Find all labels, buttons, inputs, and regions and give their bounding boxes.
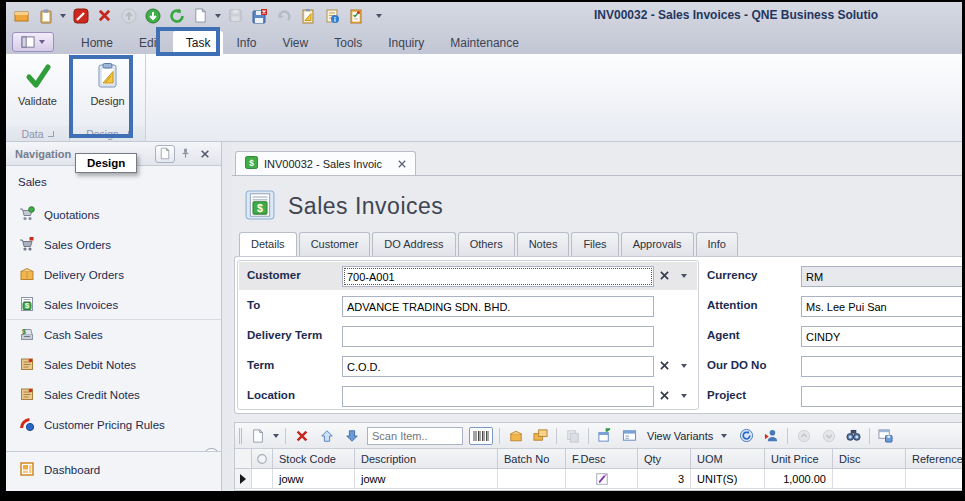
tab-maintenance[interactable]: Maintenance xyxy=(437,31,532,54)
add-row-icon[interactable] xyxy=(248,426,267,445)
tab-view[interactable]: View xyxy=(269,31,321,54)
delivery-term-field[interactable] xyxy=(342,326,654,347)
term-clear-icon[interactable] xyxy=(656,356,673,375)
tab-tools[interactable]: Tools xyxy=(321,31,375,54)
export-grid-icon[interactable] xyxy=(876,426,895,445)
tab-home[interactable]: Home xyxy=(68,31,126,54)
sidebar-item-sales-orders[interactable]: Sales Orders xyxy=(6,230,221,260)
customer-lookup-icon[interactable] xyxy=(762,426,781,445)
new-page-button[interactable] xyxy=(155,145,175,163)
cell-f-desc[interactable] xyxy=(566,469,638,488)
sidebar-item-sales-invoices[interactable]: $ Sales Invoices xyxy=(6,290,221,320)
tab-inquiry[interactable]: Inquiry xyxy=(375,31,437,54)
sidebar-item-sales-credit-notes[interactable]: Sales Credit Notes xyxy=(6,380,221,410)
delete-icon[interactable] xyxy=(95,6,114,25)
view-variants-icon[interactable] xyxy=(620,426,639,445)
tab-customer[interactable]: Customer xyxy=(299,232,371,256)
customer-dropdown-icon[interactable] xyxy=(675,266,692,285)
add-row-dropdown-icon[interactable] xyxy=(273,434,279,438)
row-up-icon[interactable] xyxy=(317,426,336,445)
customer-clear-icon[interactable] xyxy=(656,266,673,285)
scan-item-input[interactable] xyxy=(367,427,463,445)
dialog-launcher-icon[interactable] xyxy=(48,131,54,137)
design-icon[interactable] xyxy=(298,6,317,25)
cell-disc[interactable] xyxy=(833,469,906,488)
undo-icon[interactable] xyxy=(274,6,293,25)
move-up-icon[interactable] xyxy=(119,6,138,25)
tab-close-icon[interactable] xyxy=(398,158,406,170)
col-unit-price[interactable]: Unit Price xyxy=(765,449,833,468)
toolbar-grip[interactable] xyxy=(239,428,242,444)
show-popup-window-icon[interactable] xyxy=(595,426,614,445)
tab-files[interactable]: Files xyxy=(571,232,618,256)
tab-do-address[interactable]: DO Address xyxy=(372,232,455,256)
currency-field[interactable] xyxy=(801,266,962,287)
barcode-icon[interactable] xyxy=(469,427,493,445)
tab-info[interactable]: Info xyxy=(696,232,738,256)
scroll-up-icon[interactable] xyxy=(794,426,813,445)
col-batch-no[interactable]: Batch No xyxy=(498,449,566,468)
scroll-down-icon[interactable] xyxy=(819,426,838,445)
radio-column-header[interactable] xyxy=(252,449,273,468)
document-tab-inv00032[interactable]: $ INV00032 - Sales Invoic xyxy=(235,151,416,175)
col-f-desc[interactable]: F.Desc xyxy=(566,449,638,468)
sidebar-item-dashboard[interactable]: Dashboard xyxy=(6,455,221,485)
tab-details[interactable]: Details xyxy=(239,232,297,256)
tasks-icon[interactable] xyxy=(346,6,365,25)
tab-notes[interactable]: Notes xyxy=(517,232,570,256)
tab-approvals[interactable]: Approvals xyxy=(621,232,694,256)
paste-icon[interactable] xyxy=(36,6,55,25)
new-icon[interactable] xyxy=(191,6,210,25)
save-close-icon[interactable] xyxy=(250,6,269,25)
info-notes-icon[interactable] xyxy=(322,6,341,25)
paste-dropdown-icon[interactable] xyxy=(60,14,66,18)
agent-field[interactable] xyxy=(801,326,962,347)
tab-others[interactable]: Others xyxy=(458,232,515,256)
sidebar-item-customer-pricing-rules[interactable]: Customer Pricing Rules xyxy=(6,410,221,440)
copy-rows-icon[interactable] xyxy=(563,426,582,445)
cell-stock-code[interactable]: joww xyxy=(273,469,355,488)
ribbon-menu-button[interactable] xyxy=(12,32,54,52)
term-field[interactable] xyxy=(342,356,654,377)
validate-button[interactable]: Validate xyxy=(7,59,69,126)
tab-info[interactable]: Info xyxy=(223,31,269,54)
col-reference[interactable]: Reference. xyxy=(906,449,962,468)
pin-icon[interactable] xyxy=(175,145,195,163)
view-variants-dropdown-icon[interactable] xyxy=(721,434,727,438)
attention-field[interactable] xyxy=(801,296,962,317)
move-down-icon[interactable] xyxy=(143,6,162,25)
location-dropdown-icon[interactable] xyxy=(675,386,692,405)
to-field[interactable] xyxy=(342,296,654,317)
close-icon[interactable] xyxy=(195,145,215,163)
stock-group-icon[interactable] xyxy=(531,426,550,445)
cell-reference[interactable] xyxy=(906,469,962,488)
row-radio-cell[interactable] xyxy=(252,469,273,488)
save-icon[interactable] xyxy=(226,6,245,25)
col-stock-code[interactable]: Stock Code xyxy=(273,449,355,468)
project-field[interactable] xyxy=(801,386,962,407)
stock-item-icon[interactable] xyxy=(506,426,525,445)
col-disc[interactable]: Disc xyxy=(833,449,906,468)
refresh-grid-icon[interactable] xyxy=(737,426,756,445)
edit-icon[interactable] xyxy=(71,6,90,25)
delete-row-icon[interactable] xyxy=(292,426,311,445)
term-dropdown-icon[interactable] xyxy=(675,356,692,375)
cell-description[interactable]: joww xyxy=(355,469,498,488)
sidebar-item-quotations[interactable]: Quotations xyxy=(6,200,221,230)
cell-uom[interactable]: UNIT(S) xyxy=(691,469,765,488)
panel-splitter[interactable] xyxy=(222,142,232,491)
find-icon[interactable] xyxy=(844,426,863,445)
cell-batch-no[interactable] xyxy=(498,469,566,488)
toolbar-options-icon[interactable] xyxy=(376,14,382,18)
col-description[interactable]: Description xyxy=(355,449,498,468)
our-do-no-field[interactable] xyxy=(801,356,962,377)
cell-qty[interactable]: 3 xyxy=(638,469,691,488)
table-row[interactable]: joww joww 3 UNIT(S) 1,000.00 xyxy=(235,469,962,489)
row-down-icon[interactable] xyxy=(342,426,361,445)
location-field[interactable] xyxy=(342,386,654,407)
refresh-icon[interactable] xyxy=(167,6,186,25)
sidebar-item-sales-debit-notes[interactable]: Sales Debit Notes xyxy=(6,350,221,380)
cell-unit-price[interactable]: 1,000.00 xyxy=(765,469,833,488)
new-dropdown-icon[interactable] xyxy=(215,14,221,18)
sidebar-item-delivery-orders[interactable]: Delivery Orders xyxy=(6,260,221,290)
